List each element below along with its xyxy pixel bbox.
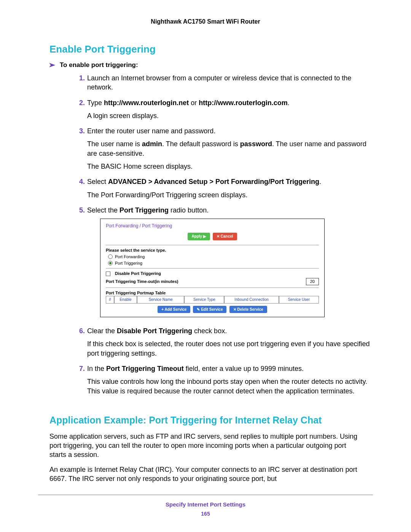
portmap-table-header: # Enable Service Name Service Type Inbou… bbox=[106, 296, 319, 304]
step-number: 1. bbox=[74, 73, 85, 96]
step-text: Select ADVANCED > Advanced Setup > Port … bbox=[87, 177, 373, 186]
step-2: 2. Type http://www.routerlogin.net or ht… bbox=[74, 98, 373, 125]
step-1: 1. Launch an Internet browser from a com… bbox=[74, 73, 373, 96]
step-text: Clear the Disable Port Triggering check … bbox=[87, 326, 373, 335]
footer-title: Specify Internet Port Settings bbox=[38, 501, 373, 508]
th-service-type: Service Type bbox=[184, 296, 224, 304]
timeout-label: Port Triggering Time-out(in minutes) bbox=[106, 279, 178, 284]
step-text: Enter the router user name and password. bbox=[87, 126, 373, 136]
step-4: 4. Select ADVANCED > Advanced Setup > Po… bbox=[74, 177, 373, 203]
radio-icon bbox=[108, 254, 113, 259]
th-enable: Enable bbox=[114, 296, 137, 304]
step-3: 3. Enter the router user name and passwo… bbox=[74, 126, 373, 175]
step-text: Launch an Internet browser from a comput… bbox=[87, 73, 373, 92]
step-number: 5. bbox=[74, 206, 85, 324]
step-text: The user name is admin. The default pass… bbox=[87, 139, 373, 158]
step-5: 5. Select the Port Triggering radio butt… bbox=[74, 206, 373, 324]
step-text: The Port Forwarding/Port Triggering scre… bbox=[87, 190, 373, 200]
arrow-icon: ➤ bbox=[49, 61, 55, 69]
page-footer: Specify Internet Port Settings 165 bbox=[38, 495, 373, 517]
step-number: 4. bbox=[74, 177, 85, 203]
step-text: Select the Port Triggering radio button. bbox=[87, 206, 373, 215]
radio-port-triggering[interactable]: Port Triggering bbox=[108, 260, 319, 266]
disable-checkbox[interactable] bbox=[106, 272, 110, 276]
section-heading-enable: Enable Port Triggering bbox=[49, 43, 373, 55]
radio-icon bbox=[108, 261, 113, 265]
step-number: 2. bbox=[74, 98, 85, 125]
step-number: 3. bbox=[74, 126, 85, 175]
apply-button[interactable]: Apply ▶ bbox=[188, 233, 210, 240]
radio-port-forwarding[interactable]: Port Forwarding bbox=[108, 254, 319, 260]
instruction-lead: ➤ To enable port triggering: bbox=[49, 61, 373, 69]
ui-screenshot: Port Forwarding / Port Triggering Apply … bbox=[100, 219, 325, 317]
step-7: 7. In the Port Triggering Timeout field,… bbox=[74, 364, 373, 399]
product-header: Nighthawk AC1750 Smart WiFi Router bbox=[38, 18, 373, 25]
page-number: 165 bbox=[38, 511, 373, 517]
step-text: If this check box is selected, the route… bbox=[87, 339, 373, 358]
step-text: This value controls how long the inbound… bbox=[87, 377, 373, 396]
body-paragraph: An example is Internet Relay Chat (IRC).… bbox=[49, 465, 362, 484]
timeout-input[interactable]: 20 bbox=[306, 278, 319, 285]
section-heading-example: Application Example: Port Triggering for… bbox=[49, 415, 373, 426]
step-text: The BASIC Home screen displays. bbox=[87, 162, 373, 171]
step-text: A login screen displays. bbox=[87, 111, 373, 120]
step-number: 7. bbox=[74, 364, 85, 399]
edit-service-button[interactable]: ✎ Edit Service bbox=[193, 306, 226, 313]
th-service-user: Service User bbox=[279, 296, 319, 304]
th-inbound: Inbound Connection bbox=[224, 296, 279, 304]
panel-title: Port Forwarding / Port Triggering bbox=[106, 223, 319, 229]
cancel-button[interactable]: ✕ Cancel bbox=[213, 233, 237, 240]
step-text: In the Port Triggering Timeout field, en… bbox=[87, 364, 373, 373]
step-number: 6. bbox=[74, 326, 85, 362]
page-container: Nighthawk AC1750 Smart WiFi Router Enabl… bbox=[0, 0, 411, 532]
add-service-button[interactable]: + Add Service bbox=[158, 306, 190, 313]
step-text: Type http://www.routerlogin.net or http:… bbox=[87, 98, 373, 107]
instruction-label: To enable port triggering: bbox=[60, 61, 138, 69]
th-hash: # bbox=[106, 296, 114, 304]
body-paragraph: Some application servers, such as FTP an… bbox=[49, 432, 362, 460]
delete-service-button[interactable]: ✕ Delete Service bbox=[229, 306, 267, 313]
portmap-label: Port Triggering Portmap Table bbox=[106, 290, 319, 296]
disable-label: Disable Port Triggering bbox=[115, 271, 161, 276]
service-type-label: Please select the service type. bbox=[106, 248, 319, 253]
step-6: 6. Clear the Disable Port Triggering che… bbox=[74, 326, 373, 362]
th-service-name: Service Name bbox=[137, 296, 184, 304]
